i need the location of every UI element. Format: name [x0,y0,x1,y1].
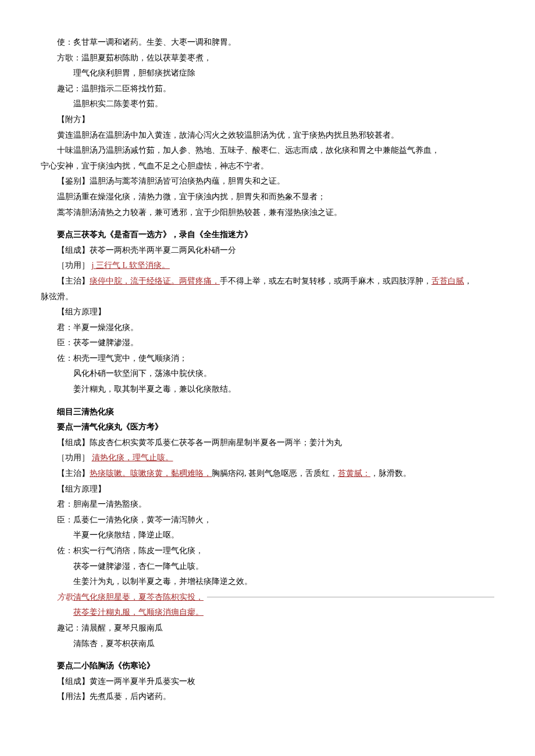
text-line: 【组成】茯苓一两枳壳半两半夏二两风化朴硝一分 [41,243,494,259]
text-line: 臣：茯苓一健脾渗湿。 [41,335,494,351]
song-line: 方歌清气化痰胆星蒌，夏芩杏陈枳实投， [41,590,494,605]
text-line: 趣记：清晨醒，夏琴只服南瓜 [41,621,494,636]
text-line: 【组方原理】 [41,304,494,320]
text-line: 温胆枳实二陈姜枣竹茹。 [41,96,494,112]
text-line: 茯苓姜汁糊丸服，气顺痰消痈自瘳。 [41,605,494,621]
text-line: 风化朴硝一软坚润下，荡涤中脘伏痰。 [41,366,494,382]
text-line: 温胆汤重在燥湿化痰，清热力微，宜于痰浊内扰，胆胃失和而热象不显者； [41,189,494,205]
link-text[interactable]: 热痰咳嗽。咳嗽痰黄，黏稠难咯， [90,469,212,478]
text-line: 半夏一化痰散结，降逆止呕。 [41,528,494,543]
text-line: 【组成】陈皮杏仁枳实黄芩瓜蒌仁茯苓各一两胆南星制半夏各一两半；姜汁为丸 [41,435,494,451]
label: 【主治】 [57,469,90,478]
text-line: 茯苓一健脾渗湿，杏仁一降气止咳。 [41,559,494,575]
label: 方歌 [57,593,73,601]
text-line: 方歌：温胆夏茹枳陈助，佐以茯草姜枣煮， [41,51,494,66]
section-heading: 细目三清热化痰 [41,404,494,420]
text-line: 【组成】黄连一两半夏半升瓜蒌实一枚 [41,674,494,690]
text-line: 臣：瓜蒌仁一清热化痰，黄芩一清泻肺火， [41,513,494,528]
text-line: 佐：枳壳一理气宽中，使气顺痰消； [41,351,494,367]
link-text[interactable]: 清热化痰，理气止咳。 [92,453,173,462]
text-line: 【附方】 [41,112,494,128]
text-line: 君：半夏一燥湿化痰。 [41,320,494,336]
text: ，脉滑数。 [370,469,411,478]
label: ［功用］ [57,261,90,270]
link-text[interactable]: j 三行气 L 软坚消 [92,261,154,270]
label: 【主治】 [57,277,90,285]
text-line: 十味温胆汤乃温胆汤减竹茹，加人参、熟地、五味子、酸枣仁、远志而成，故化痰和胃之中… [41,143,494,159]
text-line: ［功用］ 清热化痰，理气止咳。 [41,450,494,466]
divider [207,597,494,597]
text-line: 清陈杏，夏芩枳茯南瓜 [41,636,494,652]
section-heading: 要点二小陷胸汤《伤寒论》 [41,658,494,674]
link-text[interactable]: 清气化痰胆星蒌，夏芩杏陈枳实投， [73,593,204,601]
text-line: 理气化痰利胆胃，胆郁痰扰诸症除 [41,66,494,81]
text-line: 【用法】先煮瓜蒌，后内诸药。 [41,689,494,705]
text-line: 【主治】痰停中脘，流于经络证。两臂疼痛，手不得上举，或左右时复转移，或两手麻木，… [41,274,494,289]
link-text[interactable]: 茯苓姜汁糊丸服，气顺痰消痈自瘳。 [73,608,204,617]
label: ［功用］ [57,453,90,462]
text: ， [464,277,472,285]
text-line: 使：炙甘草一调和诸药。生姜、大枣一调和脾胃。 [41,35,494,51]
text-line: 佐：枳实一行气消痞，陈皮一理气化痰， [41,543,494,559]
link-text[interactable]: 舌苔白腻 [431,277,464,285]
text-line: 【主治】热痰咳嗽。咳嗽痰黄，黏稠难咯，胸膈痞闷, 甚则气急呕恶，舌质红，苔黄腻：… [41,466,494,482]
text-line: 生姜汁为丸，以制半夏之毒，并增祛痰降逆之效。 [41,574,494,590]
link-text[interactable]: 痰停中脘，流于经络证。两臂疼痛， [90,277,220,285]
text-line: 【鉴别】温胆汤与蒿芩清胆汤皆可治痰热内蕴，胆胃失和之证。 [41,174,494,189]
text-line: 君：胆南星一清热豁痰。 [41,497,494,513]
text-line: 黄连温胆汤在温胆汤中加入黄连，故清心泻火之效较温胆汤为优，宜于痰热内扰且热邪较甚… [41,128,494,144]
text-line: 蒿芩清胆汤清热之力较著，兼可透邪，宜于少阳胆热较甚，兼有湿热痰浊之证。 [41,205,494,221]
text-line: 趣记：温胆指示二臣将找竹茹。 [41,81,494,97]
link-text[interactable]: 痰。 [154,261,170,270]
link-text[interactable]: 苔黄腻： [338,469,370,478]
text: 胸膈痞闷, 甚则气急呕恶，舌质红， [212,469,338,478]
text-line: 【组方原理】 [41,482,494,497]
text-line: 脉弦滑。 [41,289,494,305]
section-heading: 要点一清气化痰丸《医方考》 [41,420,494,435]
text: 手不得上举，或左右时复转移，或两手麻木，或四肢浮肿， [220,277,431,285]
text-line: ［功用］ j 三行气 L 软坚消痰。 [41,258,494,274]
section-heading: 要点三茯苓丸《是斋百一选方》，录自《全生指迷方》 [41,227,494,243]
text-line: 宁心安神，宜于痰浊内扰，气血不足之心胆虚怯，神志不宁者。 [41,159,494,174]
text-line: 姜汁糊丸，取其制半夏之毒，兼以化痰散结。 [41,382,494,397]
